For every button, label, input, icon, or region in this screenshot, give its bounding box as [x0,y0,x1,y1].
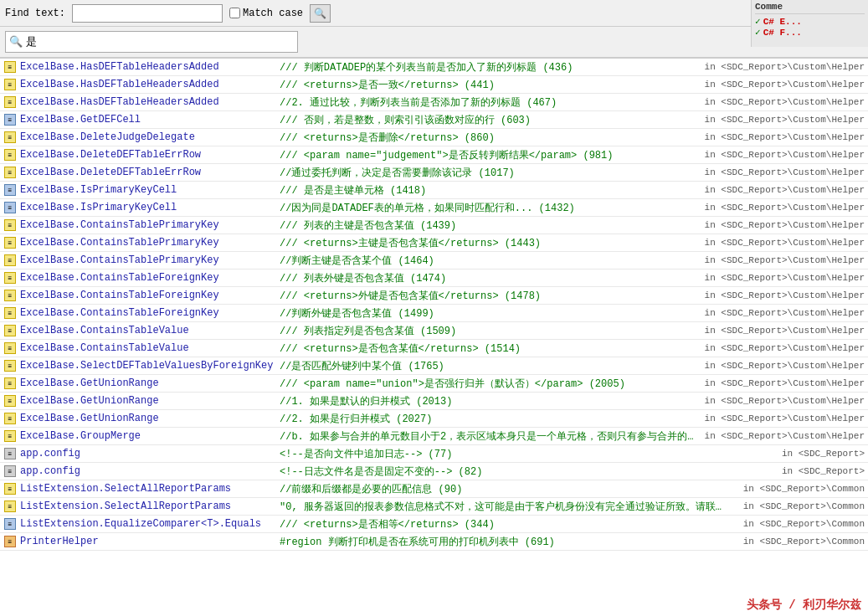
icon-box: ≡ [4,79,16,90]
row-icon: ≡ [2,429,18,444]
icon-box: ≡ [4,448,16,459]
row-location: in <SDC_Report>\Common [734,484,868,494]
table-row[interactable]: ≡ExcelBase.ContainsTableForeignKey//判断外键… [0,305,868,322]
table-row[interactable]: ≡ListExtension.SelectAllReportParams//前缀… [0,480,868,498]
icon-box: ≡ [4,307,16,319]
table-row[interactable]: ≡ExcelBase.ContainsTableForeignKey/// <r… [0,287,868,305]
table-row[interactable]: ≡ExcelBase.ContainsTableValue/// 列表指定列是否… [0,322,868,340]
row-comment: /// <returns>是否一致</returns> (441) [280,78,705,92]
table-row[interactable]: ≡ExcelBase.GetDEFCell/// 否则，若是整数，则索引引该函数… [0,111,868,129]
results-container[interactable]: ≡ExcelBase.HasDEFTableHeadersAdded/// 判断… [0,58,868,616]
row-comment: /// <param name="union">是否强行归并（默认否）</par… [280,377,705,391]
label-f: C# F... [763,28,802,38]
table-row[interactable]: ≡ExcelBase.GetUnionRange/// <param name=… [0,375,868,393]
icon-box: ≡ [4,96,16,108]
icon-box: ≡ [4,202,16,213]
row-comment: /// <returns>外键是否包含某值</returns> (1478) [280,289,705,303]
row-comment: /// 判断DATADEP的某个列表当前是否加入了新的列标题 (436) [280,60,705,74]
row-location: in <SDC_Report>\Custom\Helper [705,273,868,283]
table-row[interactable]: ≡ExcelBase.GetUnionRange//2. 如果是行归并模式 (2… [0,410,868,428]
table-row[interactable]: ≡ExcelBase.DeleteDEFTableErrRow//通过委托判断，… [0,164,868,182]
table-row[interactable]: ≡app.config<!--是否向文件中追加日志--> (77)in <SDC… [0,445,868,463]
icon-box: ≡ [4,413,16,424]
row-method: ListExtension.EqualizeComparer<T>.Equals [20,518,280,530]
check-f: ✓ [755,27,761,38]
icon-box: ≡ [4,237,16,249]
label-e: C# E... [763,17,802,27]
row-location: in <SDC_Report>\Custom\Helper [705,80,868,90]
icon-box: ≡ [4,272,16,284]
row-location: in <SDC_Report>\Custom\Helper [705,255,868,265]
table-row[interactable]: ≡ExcelBase.HasDEFTableHeadersAdded/// 判断… [0,59,868,76]
icon-box: ≡ [4,131,16,143]
table-row[interactable]: ≡ListExtension.SelectAllReportParams"0, … [0,498,868,516]
row-method: ExcelBase.DeleteJudgeDelegate [20,131,280,143]
table-row[interactable]: ≡ExcelBase.DeleteJudgeDelegate/// <retur… [0,129,868,146]
table-row[interactable]: ≡ExcelBase.DeleteDEFTableErrRow/// <para… [0,146,868,164]
table-row[interactable]: ≡ExcelBase.HasDEFTableHeadersAdded/// <r… [0,76,868,94]
row-location: in <SDC_Report>\Custom\Helper [705,220,868,230]
check-e: ✓ [755,16,761,27]
row-icon: ≡ [2,516,18,531]
icon-box: ≡ [4,483,16,495]
row-comment: /// 列表外键是否包含某值 (1474) [280,271,705,285]
row-method: ExcelBase.SelectDEFTableValuesByForeignK… [20,360,280,372]
row-icon: ≡ [2,182,18,198]
row-icon: ≡ [2,534,18,549]
table-row[interactable]: ≡ExcelBase.SelectDEFTableValuesByForeign… [0,357,868,375]
row-method: app.config [20,448,280,459]
table-row[interactable]: ≡ExcelBase.GetUnionRange//1. 如果是默认的归并模式 … [0,393,868,410]
row-comment: /// 列表指定列是否包含某值 (1509) [280,324,705,338]
icon-box: ≡ [4,501,16,512]
row-comment: //1. 如果是默认的归并模式 (2013) [280,394,705,408]
row-icon: ≡ [2,235,18,250]
find-button[interactable]: 🔍 [310,4,331,23]
row-location: in <SDC_Report>\Custom\Helper [705,115,868,125]
search-row: 🔍 [0,27,868,58]
row-comment: <!--日志文件名是否是固定不变的--> (82) [280,465,734,479]
table-row[interactable]: ≡ExcelBase.ContainsTableValue/// <return… [0,340,868,357]
row-location: in <SDC_Report>\Custom\Helper [705,326,868,336]
right-panel: Comme ✓ C# E... ✓ C# F... [751,0,868,47]
table-row[interactable]: ≡ExcelBase.ContainsTablePrimaryKey/// <r… [0,234,868,252]
table-row[interactable]: ≡ExcelBase.ContainsTablePrimaryKey//判断主键… [0,252,868,270]
row-method: ExcelBase.ContainsTableForeignKey [20,307,280,319]
right-panel-item-e: ✓ C# E... [755,16,865,27]
row-comment: /// <returns>主键是否包含某值</returns> (1443) [280,236,705,250]
row-comment: //通过委托判断，决定是否需要删除该记录 (1017) [280,166,705,180]
row-method: ExcelBase.ContainsTableValue [20,342,280,354]
table-row[interactable]: ≡ExcelBase.ContainsTableForeignKey/// 列表… [0,270,868,287]
right-panel-item-f: ✓ C# F... [755,27,865,38]
table-row[interactable]: ≡app.config<!--日志文件名是否是固定不变的--> (82)in <… [0,463,868,480]
row-icon: ≡ [2,446,18,461]
icon-box: ≡ [4,219,16,231]
row-method: ExcelBase.ContainsTableForeignKey [20,290,280,301]
table-row[interactable]: ≡PrinterHelper#region 判断打印机是否在系统可用的打印机列表… [0,533,868,551]
table-row[interactable]: ≡ExcelBase.IsPrimaryKeyCell//因为同是DATADEF… [0,199,868,217]
row-icon: ≡ [2,464,18,479]
row-icon: ≡ [2,323,18,338]
row-comment: /// 是否是主键单元格 (1418) [280,183,705,198]
table-row[interactable]: ≡ExcelBase.IsPrimaryKeyCell/// 是否是主键单元格 … [0,182,868,199]
table-row[interactable]: ≡ExcelBase.GroupMerge//b. 如果参与合并的单元数目小于2… [0,428,868,445]
table-row[interactable]: ≡ListExtension.EqualizeComparer<T>.Equal… [0,516,868,533]
row-comment: /// <returns>是否删除</returns> (860) [280,131,705,145]
search-icon: 🔍 [9,35,23,49]
table-row[interactable]: ≡ExcelBase.HasDEFTableHeadersAdded//2. 通… [0,94,868,111]
row-method: ExcelBase.ContainsTablePrimaryKey [20,237,280,249]
find-input[interactable] [72,4,223,23]
icon-box: ≡ [4,184,16,196]
row-location: in <SDC_Report>\Custom\Helper [705,203,868,213]
row-comment: #region 判断打印机是否在系统可用的打印机列表中 (691) [280,535,734,549]
row-method: app.config [20,465,280,477]
search-input[interactable] [26,36,294,49]
row-icon: ≡ [2,411,18,426]
icon-box: ≡ [4,342,16,354]
icon-box: ≡ [4,360,16,372]
row-method: ExcelBase.DeleteDEFTableErrRow [20,149,280,161]
row-location: in <SDC_Report>\Custom\Helper [705,167,868,177]
row-location: in <SDC_Report>\Custom\Helper [705,132,868,142]
row-comment: //b. 如果参与合并的单元数目小于2，表示区域本身只是一个单元格，否则只有参与… [280,429,705,444]
table-row[interactable]: ≡ExcelBase.ContainsTablePrimaryKey/// 列表… [0,217,868,234]
match-case-checkbox[interactable] [229,8,240,18]
